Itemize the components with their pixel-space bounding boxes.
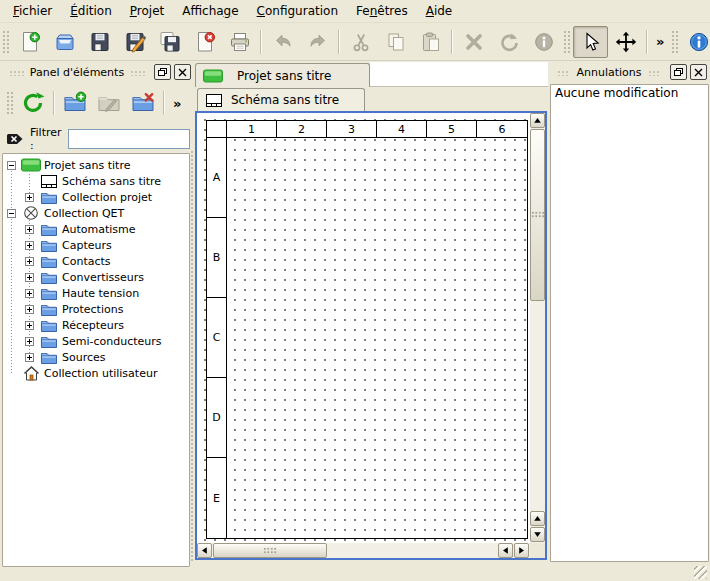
save-button[interactable] [82,26,117,58]
tree-item-capteurs[interactable]: Capteurs [3,237,189,253]
tree-item-label: Collection QET [42,207,124,220]
v-scroll-thumb[interactable] [530,129,545,301]
tree-item-collection-projet[interactable]: Collection projet [3,189,189,205]
tree-item-convertisseurs[interactable]: Convertisseurs [3,269,189,285]
filter-row: Filtrer : [4,127,190,151]
tree-item-sources[interactable]: Sources [3,349,189,365]
close-file-icon [194,31,216,53]
tree-item-recepteurs[interactable]: Récepteurs [3,317,189,333]
about-button[interactable] [681,26,710,58]
move-mode-button[interactable] [608,26,643,58]
tabbar-empty-area [370,62,548,87]
selection-toolbar-overflow-button[interactable]: » [651,34,669,49]
save-as-button[interactable] [117,26,152,58]
elements-tree: Projet sans titreSchéma sans titreCollec… [2,153,190,567]
tree-expander-plus[interactable] [25,225,34,234]
rotate-button[interactable] [491,26,526,58]
tree-expander-plus[interactable] [25,241,34,250]
float-undo-panel-button[interactable] [670,64,687,80]
redo-button[interactable] [300,26,335,58]
schema-canvas[interactable]: 123456ABCDE [197,113,530,543]
tab-schema-sans-titre[interactable]: Schéma sans titre [197,88,365,111]
reload-collections-button[interactable] [16,86,50,120]
tree-item-label: Schéma sans titre [60,175,161,188]
tree-item-label: Capteurs [60,239,112,252]
tree-item-protections[interactable]: Protections [3,301,189,317]
tab-projet-sans-titre[interactable]: Projet sans titre [195,63,370,87]
element-info-button[interactable] [526,26,561,58]
delete-button[interactable] [456,26,491,58]
tree-item-automatisme[interactable]: Automatisme [3,221,189,237]
vertical-scrollbar[interactable] [530,113,545,543]
toolbar-separator [338,30,340,54]
close-panel-button[interactable] [174,64,191,80]
print-button[interactable] [222,26,257,58]
open-file-button[interactable] [47,26,82,58]
copy-button[interactable] [378,26,413,58]
tree-expander-plus[interactable] [25,273,34,282]
tree-item-contacts[interactable]: Contacts [3,253,189,269]
tree-expander-plus[interactable] [25,353,34,362]
clear-filter-button[interactable] [6,130,24,148]
menu-affichage[interactable]: Affichage [173,1,247,21]
menubar: FichierÉditionProjetAffichageConfigurati… [0,0,710,23]
project-folder-icon [20,158,42,172]
filter-input[interactable] [68,129,190,149]
tree-expander-plus[interactable] [25,289,34,298]
paste-icon [420,31,442,53]
horizontal-scrollbar[interactable] [197,543,530,558]
frame-corner-cell [207,121,227,138]
window-resize-grip[interactable] [694,566,707,579]
cut-button[interactable] [343,26,378,58]
toolbar-handle[interactable] [563,30,570,54]
folder-icon [38,303,60,316]
panel-toolbar-overflow-button[interactable]: » [168,96,186,111]
menu-projet[interactable]: Projet [121,1,173,21]
paste-button[interactable] [413,26,448,58]
new-file-button[interactable] [12,26,47,58]
tree-item-semi-conducteurs[interactable]: Semi-conducteurs [3,333,189,349]
tree-item-haute-tension[interactable]: Haute tension [3,285,189,301]
h-scroll-thumb[interactable] [213,543,327,558]
tree-expander-plus[interactable] [25,305,34,314]
toolbar-handle[interactable] [2,30,9,54]
v-scroll-up-button-2[interactable] [530,511,545,526]
toolbar-handle[interactable] [671,30,678,54]
tree-item-collection-qet[interactable]: Collection QET [3,205,189,221]
menu-fichier[interactable]: Fichier [4,1,61,21]
float-panel-button[interactable] [154,64,171,80]
undo-list-item[interactable]: Aucune modification [551,85,708,103]
dock-grip [557,69,570,76]
v-scroll-down-button[interactable] [530,527,545,542]
new-category-button[interactable] [58,86,92,120]
tree-expander-minus[interactable] [7,161,16,170]
menu-edition[interactable]: Édition [61,1,121,21]
undo-button[interactable] [265,26,300,58]
edit-category-button[interactable] [92,86,126,120]
save-all-button[interactable] [152,26,187,58]
close-undo-panel-button[interactable] [690,64,707,80]
v-scroll-up-button[interactable] [530,113,545,128]
scrollbar-corner [530,543,545,558]
home-icon [20,365,42,381]
h-scroll-left-button-2[interactable] [498,543,513,558]
select-mode-button[interactable] [573,26,608,58]
menu-fenetres[interactable]: Fenêtres [347,1,417,21]
delete-category-button[interactable] [126,86,160,120]
menu-aide[interactable]: Aide [417,1,462,21]
tree-item-collection-utilisateur[interactable]: Collection utilisateur [3,365,189,381]
toolbar-separator [646,30,648,54]
menu-configuration[interactable]: Configuration [248,1,347,21]
tree-expander-plus[interactable] [25,321,34,330]
h-scroll-left-button[interactable] [197,543,212,558]
panel-splitter[interactable] [189,150,194,562]
close-file-button[interactable] [187,26,222,58]
h-scroll-right-button[interactable] [514,543,529,558]
tree-expander-plus[interactable] [25,337,34,346]
tree-expander-plus[interactable] [25,193,34,202]
tree-item-projet-sans-titre[interactable]: Projet sans titre [3,157,189,173]
tree-item-schema-sans-titre[interactable]: Schéma sans titre [3,173,189,189]
tree-expander-minus[interactable] [7,209,16,218]
toolbar-handle[interactable] [6,91,13,115]
tree-expander-plus[interactable] [25,257,34,266]
